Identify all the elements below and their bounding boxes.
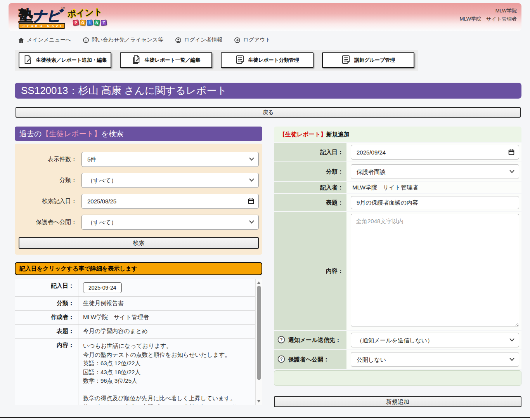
new-subject-input[interactable]	[351, 196, 519, 209]
report-content-value: いつもお世話になっております。 今月の塾内テストの点数と順位をお知らせいたします…	[78, 338, 255, 405]
new-category-select[interactable]: 保護者面談	[351, 164, 519, 179]
new-publish-row: ? 保護者へ公開： 公開しない	[274, 350, 521, 369]
report-subject-label: 表題：	[15, 325, 78, 338]
new-author-row: 記入者： MLW学院 サイト管理者	[274, 182, 521, 193]
menu-button-label: 生徒レポート分類管理	[248, 57, 299, 64]
scrollbar-thumb[interactable]	[257, 286, 261, 380]
category-filter-label: 分類：	[15, 177, 81, 184]
logo-romaji-bar: JYUKU NAVI	[19, 23, 65, 29]
publish-filter-select[interactable]: （すべて）	[81, 215, 259, 230]
logo-jyuku-text: 塾	[19, 8, 32, 24]
new-date-input[interactable]	[351, 145, 519, 160]
new-author-value: MLW学院 サイト管理者	[348, 182, 521, 193]
report-category-row: 分類： 生徒月例報告書	[15, 297, 255, 311]
new-category-label: 分類：	[274, 162, 348, 181]
past-report-detail-table: 記入日： 2025-09-24 分類： 生徒月例報告書 作成者： MLW学院 サ…	[15, 279, 255, 405]
user-icon	[175, 37, 182, 43]
teacher-group-manage-button[interactable]: 講師グループ管理	[322, 52, 415, 68]
search-title-prefix: 過去の	[19, 130, 42, 138]
login-user-name: MLW学院 サイト管理者	[460, 15, 517, 23]
nav-contact-label: 問い合わせ先／ライセンス等	[92, 36, 163, 43]
logo-jyuku-navi: 塾ナビTM JYUKU NAVI	[19, 6, 65, 29]
new-report-title-highlight: 【生徒レポート】	[279, 131, 326, 137]
report-subject-value: 今月の学習内容のまとめ	[78, 325, 255, 338]
point-block-n: N	[94, 19, 100, 26]
report-content-row: 内容： いつもお世話になっております。 今月の塾内テストの点数と順位をお知らせい…	[15, 338, 255, 405]
logo-navi-text: ナビ	[32, 8, 61, 24]
search-button[interactable]: 検索	[19, 237, 259, 249]
logo-point-blocks: P O I N T	[73, 20, 107, 26]
new-mail-label: 通知メール送信先：	[288, 337, 341, 344]
report-subject-row: 表題： 今月の学習内容のまとめ	[15, 325, 255, 338]
header-band: 塾ナビTM JYUKU NAVI ポイント P O I N T MLW学院 ML…	[9, 3, 521, 31]
help-icon[interactable]: ?	[277, 355, 285, 364]
page-title: SS120013：杉山 髙康 さんに関するレポート	[15, 83, 521, 99]
report-author-label: 作成者：	[15, 311, 78, 324]
search-form: 表示件数： 5件 分類： （すべて） 検索記入日：	[15, 144, 262, 255]
past-report-list: 記入日： 2025-09-24 分類： 生徒月例報告書 作成者： MLW学院 サ…	[15, 279, 262, 405]
new-date-label: 記入日：	[274, 143, 348, 161]
new-date-row: 記入日：	[274, 143, 521, 161]
display-count-row: 表示件数： 5件	[15, 149, 259, 170]
point-block-o: O	[80, 19, 86, 26]
student-search-report-edit-button[interactable]: 生徒検索／レポート追加・編集	[19, 52, 111, 68]
list-hint-banner: 記入日をクリックする事で詳細を表示します	[15, 262, 262, 275]
submit-new-report-button[interactable]: 新規追加	[274, 396, 521, 407]
search-title-suffix: を検索	[101, 130, 123, 138]
student-report-list-edit-button[interactable]: 生徒レポート一覧／編集	[120, 52, 213, 68]
search-date-label: 検索記入日：	[15, 198, 81, 205]
new-content-row: 内容：	[274, 212, 521, 330]
new-author-label: 記入者：	[274, 182, 348, 193]
svg-text:?: ?	[280, 357, 282, 361]
back-button[interactable]: 戻る	[16, 107, 521, 118]
menu-button-strip: 生徒検索／レポート追加・編集 生徒レポート一覧／編集 生徒レポート分類管理 講師…	[15, 50, 418, 71]
report-content-label: 内容：	[15, 338, 78, 405]
new-mail-select[interactable]: （通知メールを送信しない）	[351, 333, 519, 347]
login-school-info: MLW学院 MLW学院 サイト管理者	[460, 7, 517, 23]
nav-main-menu[interactable]: メインメニューへ	[18, 36, 71, 43]
nav-contact-license[interactable]: 問い合わせ先／ライセンス等	[83, 36, 163, 43]
new-report-panel-footer	[274, 370, 521, 386]
info-icon	[83, 37, 89, 43]
report-list-scrollbar[interactable]	[255, 279, 262, 405]
scrollbar-down-icon[interactable]	[256, 399, 262, 404]
nav-logout[interactable]: ログアウト	[234, 36, 271, 43]
svg-text:?: ?	[280, 337, 282, 342]
report-date-label: 記入日：	[15, 279, 78, 296]
logo-tm-mark: TM	[61, 6, 66, 10]
new-subject-label: 表題：	[274, 194, 348, 211]
report-date-row: 記入日： 2025-09-24	[15, 279, 255, 297]
nav-logout-label: ログアウト	[243, 36, 271, 43]
search-date-row: 検索記入日：	[15, 191, 259, 212]
document-pencil-icon	[23, 55, 33, 66]
main-columns: 過去の【生徒レポート】を検索 表示件数： 5件 分類： （すべて）	[15, 127, 521, 407]
new-publish-select[interactable]: 公開しない	[351, 352, 519, 367]
scrollbar-up-icon[interactable]	[256, 280, 262, 285]
report-author-value: MLW学院 サイト管理者	[78, 311, 255, 324]
menu-button-label: 生徒検索／レポート追加・編集	[36, 57, 107, 64]
nav-login-info[interactable]: ログイン者情報	[175, 36, 222, 43]
display-count-select[interactable]: 5件	[81, 152, 259, 167]
report-category-manage-button[interactable]: 生徒レポート分類管理	[221, 52, 313, 68]
new-report-title: 【生徒レポート】新規追加	[274, 127, 521, 142]
category-filter-select[interactable]: （すべて）	[81, 173, 259, 188]
menu-button-label: 講師グループ管理	[354, 57, 395, 64]
nav-main-menu-label: メインメニューへ	[27, 36, 71, 43]
page-bottom-divider	[0, 417, 530, 420]
list-note-icon	[341, 55, 351, 66]
report-author-row: 作成者： MLW学院 サイト管理者	[15, 311, 255, 325]
help-icon[interactable]: ?	[277, 336, 285, 345]
past-report-column: 過去の【生徒レポート】を検索 表示件数： 5件 分類： （すべて）	[15, 127, 262, 405]
nav-login-info-label: ログイン者情報	[184, 36, 222, 43]
app-logo[interactable]: 塾ナビTM JYUKU NAVI ポイント P O I N T	[19, 6, 107, 29]
search-title-highlight: 【生徒レポート】	[42, 130, 101, 138]
school-name: MLW学院	[460, 7, 517, 15]
point-block-i: I	[87, 19, 93, 26]
new-category-row: 分類： 保護者面談	[274, 162, 521, 181]
new-content-textarea[interactable]	[351, 214, 519, 326]
search-date-input[interactable]	[81, 194, 259, 209]
report-date-button[interactable]: 2025-09-24	[83, 282, 122, 293]
top-nav: メインメニューへ 問い合わせ先／ライセンス等 ログイン者情報 ログアウト	[9, 35, 521, 45]
new-publish-label: 保護者へ公開：	[288, 356, 329, 363]
point-block-p: P	[73, 19, 79, 26]
